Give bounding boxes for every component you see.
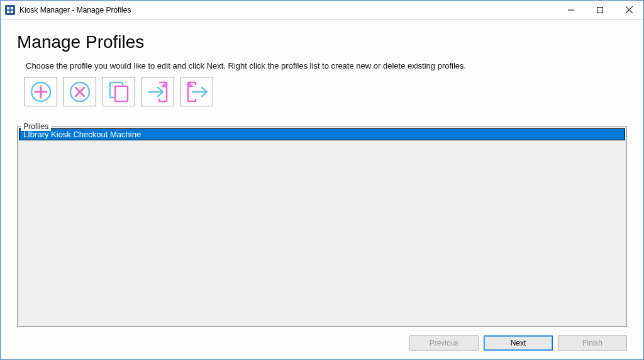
content-area: Manage Profiles Choose the profile you w… bbox=[1, 20, 643, 359]
svg-rect-6 bbox=[597, 7, 603, 13]
delete-profile-button[interactable] bbox=[64, 77, 96, 106]
svg-rect-4 bbox=[11, 11, 13, 13]
app-icon bbox=[4, 4, 16, 16]
export-profile-button[interactable] bbox=[180, 77, 213, 106]
svg-rect-3 bbox=[7, 11, 9, 13]
svg-rect-1 bbox=[7, 7, 9, 9]
import-profile-button[interactable] bbox=[142, 77, 174, 106]
finish-button[interactable]: Finish bbox=[558, 335, 627, 351]
toolbar bbox=[25, 77, 627, 106]
minimize-button[interactable] bbox=[557, 1, 586, 19]
svg-rect-0 bbox=[5, 5, 15, 15]
next-button[interactable]: Next bbox=[484, 335, 553, 351]
svg-rect-2 bbox=[11, 7, 13, 9]
profile-item[interactable]: LIbrary Kiosk Checkout Machine bbox=[19, 128, 625, 140]
profiles-label: Profiles bbox=[21, 122, 51, 131]
import-icon bbox=[145, 80, 170, 104]
add-profile-button[interactable] bbox=[25, 77, 57, 106]
window-title: Kiosk Manager - Manage Profiles bbox=[19, 6, 131, 14]
instructions-text: Choose the profile you would like to edi… bbox=[26, 61, 627, 70]
wizard-footer: Previous Next Finish bbox=[17, 327, 627, 351]
maximize-button[interactable] bbox=[586, 1, 614, 19]
previous-button[interactable]: Previous bbox=[409, 335, 479, 351]
app-window: Kiosk Manager - Manage Profiles Manage P… bbox=[0, 0, 644, 360]
page-title: Manage Profiles bbox=[17, 32, 627, 52]
x-icon bbox=[69, 81, 91, 103]
profiles-group: Profiles LIbrary Kiosk Checkout Machine bbox=[17, 118, 627, 327]
close-button[interactable] bbox=[614, 1, 643, 19]
export-icon bbox=[184, 80, 209, 104]
window-controls bbox=[557, 1, 643, 19]
profiles-listbox[interactable]: LIbrary Kiosk Checkout Machine bbox=[17, 127, 627, 327]
copy-icon bbox=[106, 80, 131, 104]
svg-rect-16 bbox=[115, 86, 128, 101]
copy-profile-button[interactable] bbox=[103, 77, 135, 106]
titlebar: Kiosk Manager - Manage Profiles bbox=[1, 1, 643, 20]
plus-icon bbox=[30, 81, 52, 103]
